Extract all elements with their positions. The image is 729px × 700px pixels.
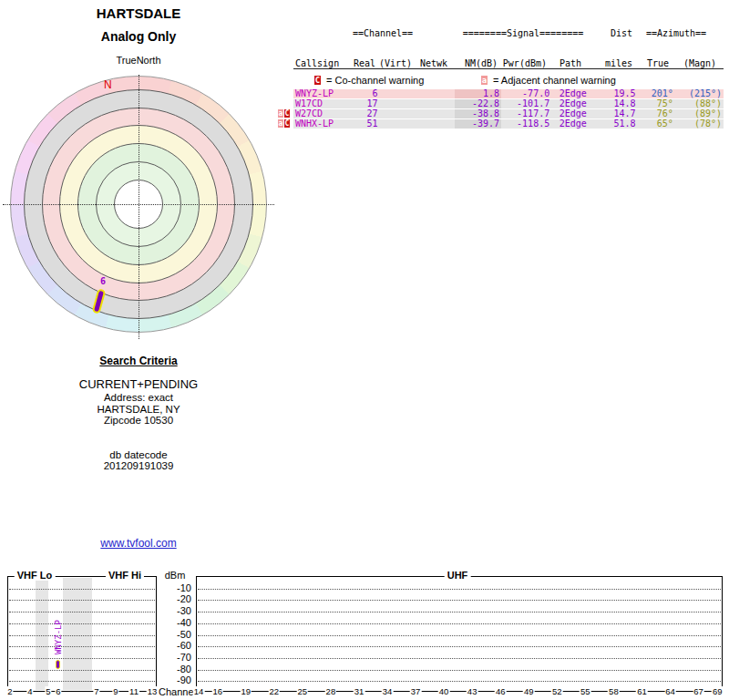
dbm-axis-title: dBm (157, 570, 193, 581)
criteria-address-mode: Address: exact (29, 392, 248, 403)
spectrum-chart: VHF Lo VHF Hi UHF dBm Channel -10-20-30-… (0, 570, 729, 700)
uhf-label: UHF (445, 570, 471, 581)
cell-real-channel: 51 (353, 119, 380, 129)
tvfool-report: HARTSDALE Analog Only TrueNorth N 6 ==Ch… (0, 0, 729, 700)
page-subtitle: Analog Only (29, 29, 248, 44)
cell-callsign: W17CD (293, 99, 353, 108)
cell-path: 2Edge (551, 99, 594, 108)
table-row: WNYZ-LP61.8-77.02Edge19.5201°(215°) (293, 89, 724, 98)
cell-network (416, 119, 455, 129)
vhf-channel-tick: 9 (112, 686, 118, 696)
uhf-channel-tick: 67 (693, 686, 704, 696)
radar-marker-channel-label: 6 (100, 276, 106, 286)
warning-badges: aC (278, 109, 293, 118)
uhf-channel-tick: 61 (636, 686, 648, 696)
tvfool-link[interactable]: www.tvfool.com (100, 537, 176, 550)
site-link-wrap: www.tvfool.com (29, 537, 248, 550)
dbm-tick-label: -60 (157, 640, 191, 651)
cell-callsign: W27CD (293, 109, 353, 118)
cell-callsign: WNYZ-LP (293, 89, 353, 98)
uhf-channel-tick: 28 (325, 686, 337, 696)
uhf-channel-tick: 46 (495, 686, 507, 696)
gridline--30 (198, 612, 721, 612)
cell-nm-db: 1.8 (455, 89, 501, 98)
column-header-virt: (Virt) (377, 58, 414, 68)
dbm-tick-label: -50 (157, 629, 191, 640)
dbm-tick-label: -90 (157, 674, 191, 685)
vhf-lo-label: VHF Lo (15, 570, 56, 581)
dbm-tick-label: -30 (157, 605, 191, 616)
warning-badges: aC (278, 119, 293, 128)
dbm-tick-label: -80 (157, 664, 191, 674)
dbm-tick-label: -40 (157, 617, 191, 628)
uhf-channel-tick: 25 (297, 686, 309, 696)
page-title: HARTSDALE (29, 5, 248, 21)
group-header-dist: Dist (592, 28, 634, 38)
dbm-tick-label: -10 (157, 582, 191, 593)
column-header-pwrdbm: Pwr(dBm) (499, 58, 549, 68)
gridline--20 (9, 600, 155, 601)
table-column-header-row: CallsignReal(Virt)NetwkNM(dB)Pwr(dBm)Pat… (293, 58, 724, 69)
uhf-channel-tick: 16 (211, 686, 223, 696)
uhf-channel-tick: 43 (467, 686, 478, 696)
gridline--40 (198, 623, 721, 624)
cell-azimuth-true: 76° (638, 109, 675, 118)
group-header-signal: ========Signal======== (454, 28, 592, 38)
gridline--50 (9, 635, 155, 636)
column-header-miles: miles (592, 58, 634, 68)
uhf-channel-tick: 37 (410, 686, 422, 696)
adjacent-channel-legend-label: = Adjacent channel warning (493, 75, 616, 86)
dbm-tick-label: -20 (157, 593, 191, 604)
vhf-channel-tick: 5 (45, 686, 51, 696)
group-spacer (293, 28, 352, 38)
uhf-channel-tick: 69 (712, 686, 724, 696)
table-row: W27CD27-38.8-117.72Edge14.776°(89°)aC (293, 109, 724, 118)
co-channel-legend-label: = Co-channel warning (326, 75, 424, 86)
uhf-channel-tick: 52 (551, 686, 563, 696)
uhf-panel (196, 576, 723, 692)
vhf-channel-tick: 4 (26, 686, 33, 696)
cell-pwr-dbm: -118.5 (501, 119, 551, 129)
table-row: WNHX-LP51-39.7-118.52Edge51.865°(78°)aC (293, 119, 724, 129)
chart-station-marker (56, 660, 60, 669)
channel-axis-title: Channel (159, 686, 196, 697)
adjacent-channel-warning-icon: a (278, 119, 283, 128)
criteria-zipcode: Zipcode 10530 (29, 415, 248, 426)
table-row: W17CD17-22.8-101.72Edge14.875°(88°) (293, 99, 724, 108)
legend-co-channel: C = Co-channel warning (314, 75, 424, 86)
cell-virt-channel (379, 99, 415, 108)
cell-nm-db: -38.8 (455, 109, 501, 118)
gridline--40 (9, 623, 155, 624)
search-criteria: Search Criteria CURRENT+PENDING Address:… (29, 355, 248, 472)
gridline--80 (198, 670, 721, 671)
table-body: WNYZ-LP61.8-77.02Edge19.5201°(215°)W17CD… (293, 89, 724, 129)
table-group-header-row: ==Channel==========Signal========Dist==A… (293, 28, 724, 38)
cell-azimuth-true: 65° (638, 119, 675, 129)
uhf-channel-tick: 14 (193, 686, 205, 696)
co-channel-warning-icon: C (284, 109, 290, 118)
cell-network (416, 89, 455, 98)
north-n-label: N (104, 78, 112, 91)
cell-miles: 14.7 (594, 109, 637, 118)
cell-callsign: WNHX-LP (293, 119, 353, 129)
adjacent-channel-warning-icon: a (278, 109, 283, 118)
cell-azimuth-magn: (88°) (675, 99, 724, 108)
cell-path: 2Edge (551, 109, 594, 118)
uhf-channel-tick: 55 (580, 686, 591, 696)
cell-network (416, 99, 455, 108)
adjacent-channel-warning-icon: a (481, 76, 488, 85)
cell-azimuth-true: 201° (638, 89, 675, 98)
gridline--20 (198, 600, 721, 601)
gridline--70 (198, 658, 721, 659)
column-header-nmdb: NM(dB) (454, 58, 499, 68)
vhf-channel-tick: 11 (128, 686, 139, 696)
column-header-path: Path (549, 58, 592, 68)
cell-pwr-dbm: -117.7 (501, 109, 551, 118)
column-header-magn: (Magn) (671, 58, 718, 68)
crosshair-vertical (139, 75, 139, 339)
column-header-real: Real (352, 58, 377, 68)
cell-virt-channel (379, 109, 415, 118)
group-header-channel: ==Channel== (352, 28, 414, 38)
cell-nm-db: -22.8 (455, 99, 501, 108)
uhf-channel-tick: 19 (240, 686, 252, 696)
